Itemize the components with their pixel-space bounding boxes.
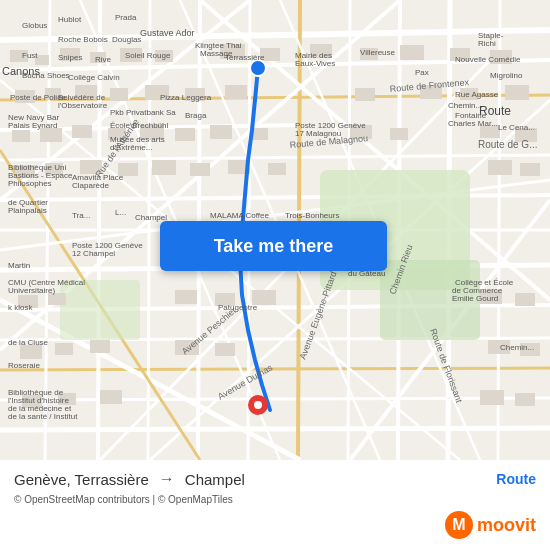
- moovit-logo-bar: M moovit: [0, 507, 550, 539]
- svg-text:Philosophes: Philosophes: [8, 179, 52, 188]
- svg-text:Tra...: Tra...: [72, 211, 90, 220]
- svg-text:de la santé / Institut: de la santé / Institut: [8, 412, 78, 421]
- svg-rect-39: [60, 280, 140, 340]
- svg-text:Rue Agasse: Rue Agasse: [455, 90, 499, 99]
- svg-text:MALAMA Coffee: MALAMA Coffee: [210, 211, 270, 220]
- route-button[interactable]: Route: [496, 471, 536, 487]
- svg-text:Hublot: Hublot: [58, 15, 82, 24]
- svg-rect-69: [175, 128, 195, 141]
- svg-text:Braga: Braga: [185, 111, 207, 120]
- svg-rect-97: [215, 343, 235, 356]
- svg-text:Route de G...: Route de G...: [478, 139, 537, 150]
- svg-line-15: [98, 0, 100, 460]
- svg-text:k klosk: k klosk: [8, 303, 33, 312]
- svg-point-107: [254, 401, 262, 409]
- svg-rect-103: [480, 390, 504, 405]
- svg-text:Rive: Rive: [95, 55, 112, 64]
- from-label: Genève, Terrassière: [14, 471, 149, 488]
- svg-text:Palais Eynard: Palais Eynard: [8, 121, 57, 130]
- svg-text:12 Champel: 12 Champel: [72, 249, 115, 258]
- svg-text:de la Cluse: de la Cluse: [8, 338, 49, 347]
- svg-rect-70: [210, 125, 232, 139]
- svg-line-11: [0, 368, 550, 370]
- svg-rect-102: [100, 390, 122, 404]
- svg-rect-65: [40, 128, 62, 142]
- svg-text:Pizza Leggera: Pizza Leggera: [160, 93, 212, 102]
- svg-text:Claparède: Claparède: [72, 181, 109, 190]
- svg-rect-60: [355, 88, 375, 101]
- svg-rect-64: [12, 130, 30, 142]
- svg-text:Martin: Martin: [8, 261, 30, 270]
- svg-rect-81: [190, 163, 210, 176]
- svg-text:Nouvelle Comédie: Nouvelle Comédie: [455, 55, 521, 64]
- svg-text:École Brechbühl: École Brechbühl: [110, 121, 168, 130]
- svg-rect-92: [515, 293, 535, 306]
- svg-text:Roseraie: Roseraie: [8, 361, 41, 370]
- svg-rect-93: [20, 345, 42, 359]
- svg-text:Emilie Gourd: Emilie Gourd: [452, 294, 498, 303]
- svg-line-12: [0, 398, 550, 400]
- svg-text:Massage: Massage: [200, 49, 233, 58]
- svg-rect-94: [55, 343, 73, 355]
- map-attribution: © OpenStreetMap contributors | © OpenMap…: [0, 492, 550, 507]
- take-me-there-button[interactable]: Take me there: [160, 221, 387, 271]
- moovit-icon: M: [445, 511, 473, 539]
- svg-text:Pax: Pax: [415, 68, 429, 77]
- svg-text:Migrolino: Migrolino: [490, 71, 523, 80]
- svg-rect-63: [505, 85, 529, 100]
- svg-rect-56: [110, 88, 128, 101]
- svg-text:Snipes: Snipes: [58, 53, 82, 62]
- to-label: Champel: [185, 471, 245, 488]
- svg-rect-73: [390, 128, 408, 140]
- svg-rect-50: [400, 45, 424, 60]
- svg-text:Prada: Prada: [115, 13, 137, 22]
- svg-text:Soleil Rouge: Soleil Rouge: [125, 51, 171, 60]
- svg-text:17 Malagnou: 17 Malagnou: [295, 129, 341, 138]
- svg-text:Chemin...: Chemin...: [500, 343, 534, 352]
- svg-rect-88: [175, 290, 197, 304]
- svg-text:Richi: Richi: [478, 39, 496, 48]
- svg-text:Eaux-Vives: Eaux-Vives: [295, 59, 335, 68]
- svg-text:Villereuse: Villereuse: [360, 48, 396, 57]
- app: Canons Route Route de Frontenex Route de…: [0, 0, 550, 550]
- moovit-text: moovit: [477, 515, 536, 536]
- svg-rect-84: [488, 160, 512, 175]
- svg-text:l'Observatoire: l'Observatoire: [58, 101, 108, 110]
- bottom-bar: Genève, Terrassière → Champel Route © Op…: [0, 460, 550, 550]
- svg-rect-104: [515, 393, 535, 406]
- svg-text:Pkb Privatbank Sa: Pkb Privatbank Sa: [110, 108, 176, 117]
- svg-text:Charles Mar...: Charles Mar...: [448, 119, 498, 128]
- svg-text:Trois-Bonheurs: Trois-Bonheurs: [285, 211, 339, 220]
- svg-text:Gustave Ador: Gustave Ador: [140, 28, 195, 38]
- svg-text:Plainpalais: Plainpalais: [8, 206, 47, 215]
- svg-rect-80: [152, 160, 176, 175]
- arrow-right-icon: →: [159, 470, 175, 488]
- svg-text:Globus: Globus: [22, 21, 47, 30]
- svg-rect-66: [72, 125, 92, 138]
- svg-text:Fust: Fust: [22, 51, 38, 60]
- svg-text:Patugeotre: Patugeotre: [218, 303, 258, 312]
- svg-text:L...: L...: [115, 208, 126, 217]
- svg-rect-95: [90, 340, 110, 353]
- svg-text:Bucha Shoes: Bucha Shoes: [22, 71, 70, 80]
- svg-text:Universitaire): Universitaire): [8, 286, 55, 295]
- svg-text:Chemin...: Chemin...: [448, 101, 482, 110]
- svg-text:Le Cena...: Le Cena...: [498, 123, 535, 132]
- svg-rect-59: [225, 85, 247, 99]
- svg-point-105: [250, 60, 266, 76]
- moovit-logo: M moovit: [445, 511, 536, 539]
- svg-text:d'Extrême...: d'Extrême...: [110, 143, 152, 152]
- route-info: Genève, Terrassière → Champel Route: [0, 460, 550, 492]
- svg-rect-85: [520, 163, 540, 176]
- from-to-container: Genève, Terrassière → Champel: [14, 470, 496, 488]
- svg-text:Douglas: Douglas: [112, 35, 141, 44]
- map-container[interactable]: Canons Route Route de Frontenex Route de…: [0, 0, 550, 460]
- svg-text:Roche Bobois: Roche Bobois: [58, 35, 108, 44]
- svg-text:Collège Calvin: Collège Calvin: [68, 73, 120, 82]
- svg-rect-83: [268, 163, 286, 175]
